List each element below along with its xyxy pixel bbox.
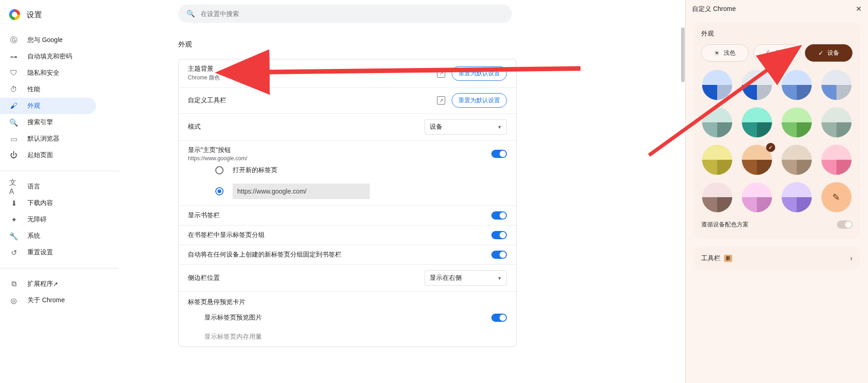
- color-mode-segmented: ☀浅色 ☾深色 ✓设备: [701, 44, 852, 62]
- bookmarks-bar-row: 显示书签栏: [179, 206, 516, 226]
- sidebar-icon: ⏻: [9, 151, 18, 160]
- sidebar-item[interactable]: ◎关于 Chrome: [0, 292, 96, 309]
- sidebar-item[interactable]: 🔍搜索引擎: [0, 114, 96, 131]
- follow-toggle[interactable]: [837, 220, 852, 229]
- customize-toolbar-label: 自定义工具栏: [188, 96, 226, 105]
- moon-icon: ☾: [766, 49, 772, 57]
- sidebar-item[interactable]: ⬇下载内容: [0, 195, 96, 211]
- open-external-icon[interactable]: ↗: [437, 96, 445, 105]
- color-swatch[interactable]: [702, 145, 732, 175]
- sidebar-item-label: 搜索引擎: [27, 118, 53, 126]
- sidebar-item[interactable]: 🖌外观: [0, 98, 96, 114]
- sun-icon: ☀: [714, 49, 720, 57]
- sidebar-item[interactable]: ⏻起始页面: [0, 147, 96, 163]
- sidebar-header: 设置: [0, 0, 123, 29]
- home-button-row: 显示"主页"按钮 https://www.google.com/ 打开新的标签页: [179, 141, 516, 206]
- tabgroup-label: 在书签栏中显示标签页分组: [188, 231, 265, 239]
- bookmarks-toggle[interactable]: [491, 211, 507, 220]
- pin-tabgroups-row: 自动将在任何设备上创建的新标签页分组固定到书签栏: [179, 245, 516, 265]
- mode-dark-button[interactable]: ☾深色: [753, 44, 801, 62]
- sidebar-item[interactable]: ↺重置设置: [0, 244, 96, 261]
- reset-toolbar-button[interactable]: 重置为默认设置: [452, 93, 507, 108]
- color-swatch[interactable]: [782, 107, 812, 137]
- sidebar-icon: ✦: [9, 215, 18, 224]
- home-option-newtab[interactable]: 打开新的标签页: [188, 162, 507, 179]
- follow-device-scheme-row: 遵循设备配色方案: [701, 220, 852, 229]
- color-swatch[interactable]: [821, 145, 852, 175]
- color-swatch[interactable]: [702, 182, 732, 212]
- pin-toggle[interactable]: [491, 251, 507, 259]
- color-swatch[interactable]: [782, 182, 812, 212]
- sidebar-item[interactable]: Ⓖ您与 Google: [0, 32, 96, 48]
- tabgroups-bookmark-row: 在书签栏中显示标签页分组: [179, 226, 516, 245]
- home-toggle[interactable]: [491, 150, 507, 158]
- sidebar-item-label: 默认浏览器: [27, 135, 59, 143]
- color-picker-swatch[interactable]: ✎: [821, 182, 852, 212]
- sidebar-item-label: 语言: [27, 183, 40, 191]
- color-swatch[interactable]: [742, 107, 772, 137]
- color-swatch[interactable]: [702, 70, 732, 100]
- sidebar-item-label: 您与 Google: [27, 36, 63, 44]
- sidebarpos-dropdown[interactable]: 显示在右侧 ▼: [425, 270, 507, 286]
- color-swatch[interactable]: [782, 70, 812, 100]
- hover-img-toggle[interactable]: [491, 314, 507, 322]
- sidebar-item[interactable]: 🛡隐私和安全: [0, 65, 96, 81]
- color-swatch[interactable]: [821, 107, 852, 137]
- color-swatch[interactable]: [742, 182, 772, 212]
- new-badge: 新: [724, 255, 732, 262]
- color-swatch-grid: ✓✎: [701, 70, 852, 212]
- home-url-input[interactable]: [233, 184, 370, 199]
- sidebarpos-value: 显示在右侧: [430, 274, 462, 282]
- sidebar-icon: 🛡: [9, 68, 18, 78]
- home-label: 显示"主页"按钮: [188, 146, 247, 154]
- sidebar-icon: ⧉: [9, 279, 18, 289]
- sidebar-item[interactable]: ▭默认浏览器: [0, 131, 96, 147]
- sidebar-item[interactable]: ⧉扩展程序↗: [0, 276, 96, 292]
- sidebar-item-label: 扩展程序: [27, 280, 53, 288]
- search-input[interactable]: [201, 10, 504, 17]
- hover-image-row: 显示标签页预览图片: [179, 308, 516, 327]
- chrome-logo-icon: [9, 9, 20, 20]
- close-icon[interactable]: ✕: [856, 5, 862, 13]
- reset-theme-button[interactable]: 重置为默认设置: [452, 66, 507, 81]
- theme-row[interactable]: 主题背景 Chrome 颜色 ↗ 重置为默认设置: [179, 59, 516, 88]
- scrollbar[interactable]: [681, 27, 685, 82]
- tabgroup-toggle[interactable]: [491, 231, 507, 239]
- color-swatch[interactable]: [821, 70, 852, 100]
- settings-search[interactable]: 🔍: [178, 5, 512, 23]
- sidebar-icon: ◎: [9, 296, 18, 305]
- customize-chrome-panel: 自定义 Chrome ✕ 外观 ☀浅色 ☾深色 ✓设备 ✓✎ 遵循设备配色方案 …: [685, 0, 868, 383]
- sidebar-divider: [0, 268, 119, 268]
- home-option-url[interactable]: [188, 179, 507, 204]
- radio-url[interactable]: [215, 187, 224, 195]
- sidebar-item[interactable]: 🔧系统: [0, 228, 96, 244]
- sidebar-item[interactable]: ⊶自动填充和密码: [0, 48, 96, 65]
- sidebar-item[interactable]: 文A语言: [0, 178, 96, 195]
- hover-mem-label: 显示标签页内存用量: [204, 333, 262, 341]
- theme-sub: Chrome 颜色: [188, 74, 220, 82]
- sidebar-item-label: 起始页面: [27, 151, 53, 159]
- sidebar-icon: ⏱: [9, 85, 18, 94]
- toolbar-panel-row[interactable]: 工具栏 新 ›: [694, 247, 860, 270]
- radio-newtab[interactable]: [215, 166, 224, 174]
- mode-dropdown[interactable]: 设备 ▼: [425, 119, 507, 135]
- mode-light-button[interactable]: ☀浅色: [701, 44, 749, 62]
- chevron-right-icon: ›: [850, 254, 852, 262]
- sidebar-item-label: 系统: [27, 232, 40, 240]
- mode-device-button[interactable]: ✓设备: [805, 44, 852, 62]
- sidebar-item[interactable]: ✦无障碍: [0, 211, 96, 228]
- color-swatch[interactable]: [742, 70, 772, 100]
- pin-label: 自动将在任何设备上创建的新标签页分组固定到书签栏: [188, 251, 341, 259]
- color-swatch[interactable]: [702, 107, 732, 137]
- chevron-down-icon: ▼: [497, 276, 502, 281]
- color-swatch[interactable]: [782, 145, 812, 175]
- customize-toolbar-row[interactable]: 自定义工具栏 ↗ 重置为默认设置: [179, 88, 516, 114]
- home-sub: https://www.google.com/: [188, 155, 247, 162]
- hover-memory-row: 显示标签页内存用量: [179, 327, 516, 346]
- open-external-icon[interactable]: ↗: [437, 69, 445, 78]
- bookmarks-label: 显示书签栏: [188, 211, 220, 220]
- sidebar-item[interactable]: ⏱性能: [0, 81, 96, 98]
- panel-appearance-title: 外观: [701, 30, 852, 38]
- check-icon: ✓: [818, 49, 824, 57]
- section-title: 外观: [178, 40, 517, 49]
